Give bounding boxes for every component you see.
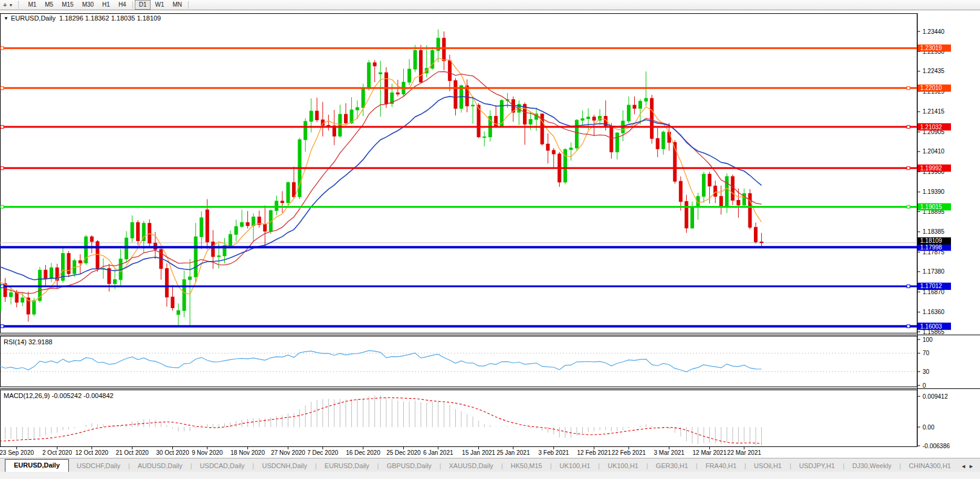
ma-slow-line[interactable] bbox=[0, 97, 762, 280]
date-label: 9 Nov 2020 bbox=[192, 449, 223, 456]
ma-mid-line[interactable] bbox=[0, 72, 762, 294]
title-marker-icon: ▼ bbox=[4, 16, 8, 21]
hline-handle[interactable] bbox=[907, 86, 910, 89]
chevron-down-icon[interactable]: ▼ bbox=[8, 3, 13, 7]
candle-bear bbox=[27, 292, 30, 322]
hline-handle[interactable] bbox=[1, 86, 4, 89]
candle-bear bbox=[466, 79, 469, 112]
chart-tab-china300-h1[interactable]: CHINA300,H1 bbox=[901, 460, 959, 472]
candle-bull bbox=[183, 271, 186, 317]
price-tag-1.19015: 1.19015 bbox=[918, 203, 951, 210]
chart-tab-gbpusd-daily[interactable]: GBPUSD,Daily bbox=[379, 460, 440, 472]
candle-bull bbox=[599, 109, 602, 125]
chart-area[interactable]: 1.234401.229301.224351.219251.214151.209… bbox=[0, 10, 980, 458]
price-tag-1.23019: 1.23019 bbox=[918, 45, 951, 52]
date-label: 27 Nov 2020 bbox=[271, 449, 305, 456]
crosshair-cursor-icon: + bbox=[3, 2, 7, 8]
timeframe-button-mn[interactable]: MN bbox=[168, 0, 186, 10]
chart-tab-eurusd-daily[interactable]: EURUSD,Daily bbox=[317, 460, 377, 472]
chart-tab-usdcad-daily[interactable]: USDCAD,Daily bbox=[192, 460, 253, 472]
candle-bear bbox=[108, 264, 111, 292]
timeframe-button-w1[interactable]: W1 bbox=[151, 0, 168, 10]
hline-handle[interactable] bbox=[1, 47, 4, 50]
hline-handle[interactable] bbox=[1, 205, 4, 208]
candle-bear bbox=[633, 97, 636, 115]
toolbar-grip-handle[interactable] bbox=[18, 1, 21, 8]
chart-tab-uk100-h1[interactable]: UK100,H1 bbox=[600, 460, 646, 472]
svg-text:1.16003: 1.16003 bbox=[920, 323, 943, 330]
svg-text:1.21415: 1.21415 bbox=[923, 108, 945, 115]
chart-tab-bar: EURUSD,DailyUSDCHF,Daily|AUDUSD,Daily|US… bbox=[0, 458, 980, 472]
chart-tab-usoil-h1[interactable]: USOil,H1 bbox=[746, 460, 790, 472]
timeframe-button-h1[interactable]: H1 bbox=[98, 0, 114, 10]
candle-bear bbox=[165, 263, 168, 307]
date-label: 18 Nov 2020 bbox=[230, 449, 265, 456]
candle-bull bbox=[339, 104, 342, 137]
hline-handle[interactable] bbox=[1, 285, 4, 288]
candle-bull bbox=[691, 202, 694, 229]
hline-1.22010[interactable] bbox=[0, 86, 917, 89]
panel-frames bbox=[0, 13, 980, 447]
candle-bull bbox=[431, 47, 434, 69]
timeframe-button-m30[interactable]: M30 bbox=[78, 0, 98, 10]
hline-1.23019[interactable] bbox=[0, 47, 917, 50]
hline-handle[interactable] bbox=[907, 205, 910, 208]
rsi-panel: 10070300 bbox=[0, 336, 933, 389]
timeframe-button-h4[interactable]: H4 bbox=[114, 0, 131, 10]
chart-tab-eurusd-daily[interactable]: EURUSD,Daily bbox=[5, 459, 69, 472]
candle-bull bbox=[304, 118, 307, 152]
hline-1.19015[interactable] bbox=[0, 205, 917, 208]
hline-handle[interactable] bbox=[907, 167, 910, 170]
candle-bull bbox=[85, 235, 88, 265]
candle-bull bbox=[50, 263, 53, 282]
candle-bear bbox=[420, 45, 423, 83]
hline-handle[interactable] bbox=[1, 126, 4, 129]
hline-handle[interactable] bbox=[907, 325, 910, 328]
svg-text:1.19015: 1.19015 bbox=[920, 204, 943, 210]
candle-bull bbox=[488, 111, 492, 142]
candle-bear bbox=[258, 211, 261, 228]
chart-tab-xauusd-daily[interactable]: XAUUSD,Daily bbox=[441, 460, 501, 472]
chart-tab-fra40-h1[interactable]: FRA40,H1 bbox=[698, 460, 744, 472]
hline-handle[interactable] bbox=[907, 285, 910, 288]
chart-tab-audusd-daily[interactable]: AUDUSD,Daily bbox=[130, 460, 190, 472]
cursor-tool-button[interactable]: + ▼ bbox=[0, 0, 15, 10]
hline-handle[interactable] bbox=[1, 167, 4, 170]
hline-1.19992[interactable] bbox=[0, 167, 917, 170]
hline-handle[interactable] bbox=[907, 126, 910, 129]
candle-bull bbox=[241, 210, 244, 228]
candle-bear bbox=[558, 152, 561, 187]
hline-1.21032[interactable] bbox=[0, 126, 917, 129]
svg-text:0.00: 0.00 bbox=[923, 424, 935, 431]
rsi-line[interactable] bbox=[0, 350, 762, 371]
timeframe-button-m1[interactable]: M1 bbox=[24, 0, 41, 10]
candle-bull bbox=[368, 60, 371, 91]
chart-tab-hk50-m15[interactable]: HK50,M15 bbox=[503, 460, 550, 472]
chart-tab-usdchf-daily[interactable]: USDCHF,Daily bbox=[69, 460, 128, 472]
hline-handle[interactable] bbox=[1, 325, 4, 328]
chart-tab-usdjpy-h1[interactable]: USDJPY,H1 bbox=[791, 460, 843, 472]
tab-scroll-arrows[interactable]: ◄► bbox=[961, 463, 976, 472]
date-label: 7 Dec 2020 bbox=[307, 449, 339, 456]
hline-1.16003[interactable] bbox=[0, 325, 917, 328]
date-axis: 23 Sep 20202 Oct 202012 Oct 202021 Oct 2… bbox=[0, 447, 761, 456]
timeframe-button-d1[interactable]: D1 bbox=[135, 0, 151, 10]
chart-tab-ger30-h1[interactable]: GER30,H1 bbox=[648, 460, 696, 472]
date-label: 3 Feb 2021 bbox=[538, 449, 569, 456]
tab-scroll-right-icon[interactable]: ► bbox=[969, 463, 976, 469]
candle-bear bbox=[748, 189, 751, 229]
timeframe-button-m5[interactable]: M5 bbox=[41, 0, 57, 10]
candle-bear bbox=[264, 205, 267, 247]
tab-scroll-left-icon[interactable]: ◄ bbox=[961, 463, 969, 469]
hline-1.17012[interactable] bbox=[0, 285, 917, 288]
timeframe-button-m15[interactable]: M15 bbox=[57, 0, 77, 10]
candle-bull bbox=[275, 196, 278, 215]
date-label: 12 Oct 2020 bbox=[76, 449, 109, 456]
chart-tab-uk100-h1[interactable]: UK100,H1 bbox=[552, 460, 599, 472]
price-tag-1.22010: 1.22010 bbox=[918, 85, 951, 92]
chart-tab-dj30-weekly[interactable]: DJ30,Weekly bbox=[845, 460, 900, 472]
candle-bull bbox=[350, 97, 353, 124]
svg-text:1.19992: 1.19992 bbox=[920, 165, 943, 172]
candle-bull bbox=[703, 172, 706, 202]
chart-tab-usdcnh-daily[interactable]: USDCNH,Daily bbox=[254, 460, 315, 472]
